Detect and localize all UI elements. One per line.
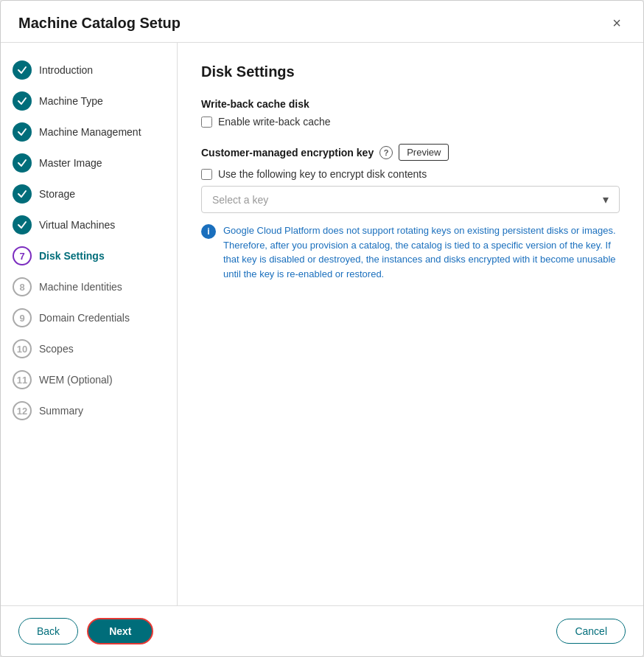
step-label-7: Disk Settings	[39, 250, 105, 262]
enable-writeback-label[interactable]: Enable write-back cache	[218, 116, 331, 128]
writeback-group: Write-back cache disk Enable write-back …	[201, 98, 620, 128]
sidebar-item-virtual-machines[interactable]: Virtual Machines	[1, 209, 177, 240]
sidebar-item-scopes[interactable]: 10 Scopes	[1, 333, 177, 364]
step-icon-2	[13, 91, 32, 111]
step-label-6: Virtual Machines	[39, 219, 115, 231]
dialog-header: Machine Catalog Setup ×	[1, 1, 643, 43]
step-label-3: Machine Management	[39, 126, 141, 138]
use-key-checkbox[interactable]	[201, 169, 212, 180]
select-inner: Select a key ▾	[212, 192, 609, 206]
sidebar-item-machine-management[interactable]: Machine Management	[1, 117, 177, 147]
step-label-2: Machine Type	[39, 95, 103, 107]
step-icon-10: 10	[13, 339, 32, 358]
preview-button[interactable]: Preview	[399, 144, 449, 161]
step-icon-8: 8	[13, 277, 32, 296]
sidebar-item-domain-credentials[interactable]: 9 Domain Credentials	[1, 302, 177, 333]
sidebar-item-summary[interactable]: 12 Summary	[1, 395, 177, 426]
encryption-group: Customer-managed encryption key ? Previe…	[201, 144, 620, 281]
step-icon-5	[13, 184, 32, 204]
step-icon-3	[13, 122, 32, 142]
step-icon-7: 7	[13, 246, 32, 265]
dialog-footer: Back Next Cancel	[1, 605, 643, 656]
sidebar-item-machine-type[interactable]: Machine Type	[1, 86, 177, 117]
sidebar-item-introduction[interactable]: Introduction	[1, 55, 177, 86]
step-label-11: WEM (Optional)	[39, 374, 113, 386]
step-label-12: Summary	[39, 405, 83, 417]
step-label-9: Domain Credentials	[39, 312, 130, 324]
step-icon-9: 9	[13, 308, 32, 327]
encryption-label: Customer-managed encryption key	[201, 147, 374, 159]
sidebar-item-disk-settings[interactable]: 7 Disk Settings	[1, 240, 177, 271]
use-key-checkbox-row: Use the following key to encrypt disk co…	[201, 168, 620, 180]
step-label-10: Scopes	[39, 343, 74, 355]
main-content: Disk Settings Write-back cache disk Enab…	[178, 43, 643, 605]
step-label-4: Master Image	[39, 157, 102, 169]
writeback-checkbox-row: Enable write-back cache	[201, 116, 620, 128]
dialog-body: Introduction Machine Type Machine Manage…	[1, 43, 643, 605]
enable-writeback-checkbox[interactable]	[201, 117, 212, 128]
step-icon-1	[13, 60, 32, 80]
dialog-title: Machine Catalog Setup	[18, 15, 181, 32]
step-icon-12: 12	[13, 401, 32, 420]
section-title: Disk Settings	[201, 63, 620, 80]
sidebar-item-storage[interactable]: Storage	[1, 178, 177, 209]
key-select-dropdown[interactable]: Select a key ▾	[201, 186, 620, 213]
back-button[interactable]: Back	[18, 618, 78, 644]
sidebar-item-wem[interactable]: 11 WEM (Optional)	[1, 364, 177, 395]
next-button[interactable]: Next	[87, 618, 153, 644]
step-label-1: Introduction	[39, 64, 93, 76]
writeback-label: Write-back cache disk	[201, 98, 620, 110]
step-label-8: Machine Identities	[39, 281, 122, 293]
step-icon-11: 11	[13, 370, 32, 389]
sidebar-item-machine-identities[interactable]: 8 Machine Identities	[1, 271, 177, 302]
dialog: Machine Catalog Setup × Introduction Mac…	[0, 0, 644, 657]
info-text: Google Cloud Platform does not support r…	[223, 223, 620, 281]
help-icon[interactable]: ?	[379, 146, 393, 159]
step-label-5: Storage	[39, 188, 75, 200]
encryption-header: Customer-managed encryption key ? Previe…	[201, 144, 620, 161]
footer-left: Back Next	[18, 618, 153, 644]
cancel-button[interactable]: Cancel	[556, 619, 626, 644]
close-button[interactable]: ×	[608, 14, 626, 32]
step-icon-4	[13, 153, 32, 173]
info-icon: i	[201, 224, 216, 239]
sidebar-item-master-image[interactable]: Master Image	[1, 147, 177, 178]
use-key-label[interactable]: Use the following key to encrypt disk co…	[218, 168, 427, 180]
select-placeholder: Select a key	[212, 194, 268, 206]
sidebar: Introduction Machine Type Machine Manage…	[1, 43, 178, 605]
info-box: i Google Cloud Platform does not support…	[201, 223, 620, 281]
step-icon-6	[13, 215, 32, 234]
chevron-down-icon: ▾	[603, 192, 609, 206]
